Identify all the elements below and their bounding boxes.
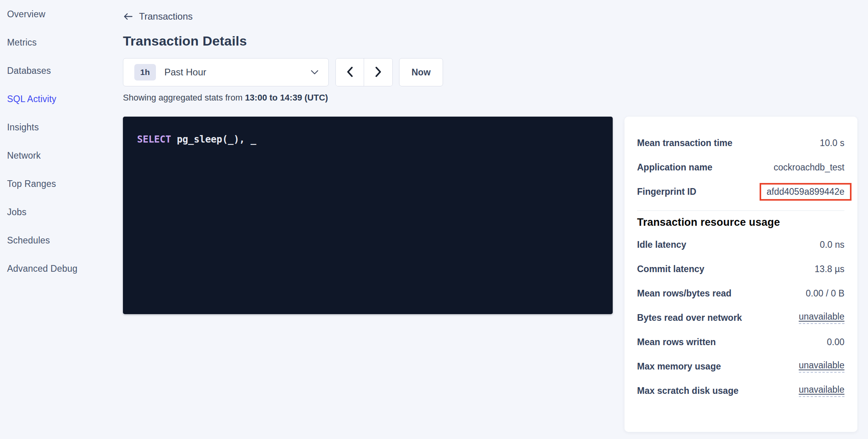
breadcrumb-label[interactable]: Transactions	[139, 11, 193, 22]
mean-rows-bytes-read-label: Mean rows/bytes read	[637, 288, 731, 299]
time-range-badge: 1h	[134, 64, 156, 80]
sidebar-item-top-ranges[interactable]: Top Ranges	[0, 170, 118, 198]
mean-rows-bytes-read-row: Mean rows/bytes read 0.00 / 0 B	[637, 281, 844, 305]
idle-latency-value: 0.0 ns	[820, 240, 844, 250]
time-controls: 1h Past Hour	[123, 58, 868, 86]
sidebar-item-metrics[interactable]: Metrics	[0, 28, 118, 57]
application-name-row: Application name cockroachdb_test	[637, 155, 844, 179]
sql-keyword: SELECT	[137, 134, 171, 145]
sql-statement: SELECT pg_sleep(_), _	[137, 133, 599, 146]
mean-transaction-time-label: Mean transaction time	[637, 138, 732, 148]
next-range-button[interactable]	[364, 59, 392, 86]
max-memory-usage-value[interactable]: unavailable	[799, 360, 844, 373]
max-scratch-disk-usage-row: Max scratch disk usage unavailable	[637, 379, 844, 403]
resource-usage-section-title: Transaction resource usage	[637, 216, 844, 229]
page-title: Transaction Details	[123, 33, 868, 49]
sql-statement-rest: pg_sleep(_), _	[171, 134, 256, 145]
mean-transaction-time-row: Mean transaction time 10.0 s	[637, 131, 844, 155]
previous-range-button[interactable]	[336, 59, 364, 86]
application-name-label: Application name	[637, 162, 712, 173]
transaction-details-card: Mean transaction time 10.0 s Application…	[624, 117, 857, 432]
sidebar-item-insights[interactable]: Insights	[0, 113, 118, 141]
idle-latency-label: Idle latency	[637, 240, 686, 250]
now-button[interactable]: Now	[399, 58, 443, 86]
mean-rows-written-value: 0.00	[827, 337, 844, 348]
sidebar-item-databases[interactable]: Databases	[0, 57, 118, 85]
chevron-left-icon	[346, 66, 354, 79]
card-divider	[637, 210, 844, 211]
mean-rows-written-row: Mean rows written 0.00	[637, 330, 844, 354]
commit-latency-label: Commit latency	[637, 264, 704, 274]
time-range-nav	[335, 58, 393, 86]
max-scratch-disk-usage-label: Max scratch disk usage	[637, 386, 738, 396]
fingerprint-id-row: Fingerprint ID afdd4059a899442e	[637, 179, 844, 204]
sidebar-item-network[interactable]: Network	[0, 141, 118, 170]
sidebar-item-jobs[interactable]: Jobs	[0, 198, 118, 226]
fingerprint-id-label: Fingerprint ID	[637, 187, 696, 197]
bytes-read-over-network-row: Bytes read over network unavailable	[637, 305, 844, 330]
content-row: SELECT pg_sleep(_), _ Mean transaction t…	[123, 117, 868, 432]
application-name-value: cockroachdb_test	[774, 162, 844, 173]
mean-rows-bytes-read-value: 0.00 / 0 B	[806, 288, 844, 299]
time-range-dropdown[interactable]: 1h Past Hour	[123, 58, 329, 86]
mean-transaction-time-value: 10.0 s	[820, 138, 844, 148]
chevron-right-icon	[374, 66, 382, 79]
commit-latency-row: Commit latency 13.8 µs	[637, 257, 844, 281]
aggregation-summary-range: 13:00 to 14:39 (UTC)	[245, 93, 328, 102]
app-window: Overview Metrics Databases SQL Activity …	[0, 0, 868, 439]
aggregation-summary: Showing aggregated stats from 13:00 to 1…	[123, 93, 868, 103]
bytes-read-over-network-value[interactable]: unavailable	[799, 311, 844, 324]
sidebar-item-sql-activity[interactable]: SQL Activity	[0, 85, 118, 113]
breadcrumb[interactable]: Transactions	[123, 10, 868, 23]
sidebar-item-schedules[interactable]: Schedules	[0, 226, 118, 254]
sql-statement-box: SELECT pg_sleep(_), _	[123, 117, 613, 314]
max-memory-usage-row: Max memory usage unavailable	[637, 354, 844, 379]
commit-latency-value: 13.8 µs	[815, 264, 844, 274]
sidebar: Overview Metrics Databases SQL Activity …	[0, 0, 118, 439]
bytes-read-over-network-label: Bytes read over network	[637, 313, 742, 323]
fingerprint-id-highlight: afdd4059a899442e	[760, 183, 852, 201]
sidebar-item-advanced-debug[interactable]: Advanced Debug	[0, 254, 118, 283]
sidebar-item-overview[interactable]: Overview	[0, 0, 118, 28]
arrow-left-icon	[123, 12, 133, 21]
max-scratch-disk-usage-value[interactable]: unavailable	[799, 384, 844, 397]
mean-rows-written-label: Mean rows written	[637, 337, 716, 348]
idle-latency-row: Idle latency 0.0 ns	[637, 232, 844, 257]
max-memory-usage-label: Max memory usage	[637, 361, 721, 372]
time-range-selected: Past Hour	[165, 67, 310, 78]
main-content: Transactions Transaction Details 1h Past…	[118, 0, 868, 439]
chevron-down-icon	[310, 70, 319, 75]
aggregation-summary-prefix: Showing aggregated stats from	[123, 93, 245, 102]
